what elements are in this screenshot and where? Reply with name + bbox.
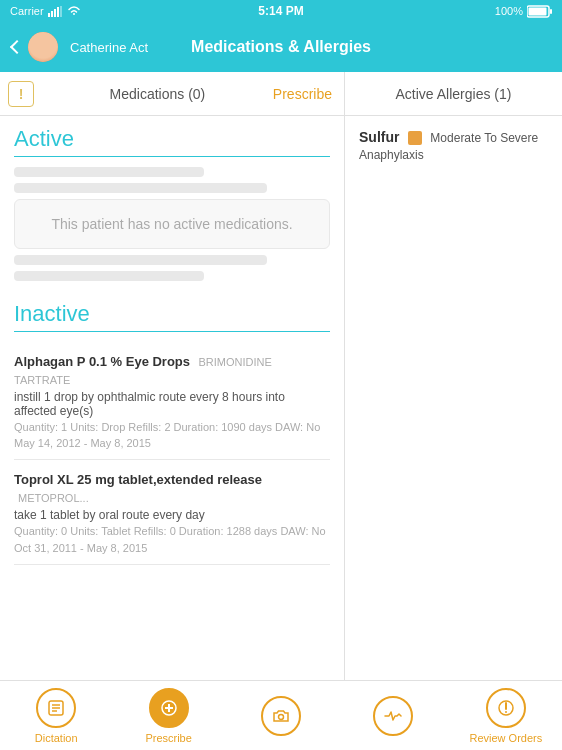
med-name-1: Alphagan P 0.1 % Eye Drops xyxy=(14,354,190,369)
content-area: ! Medications (0) Prescribe Active This … xyxy=(0,72,562,680)
medication-item-2[interactable]: Toprol XL 25 mg tablet,extended release … xyxy=(14,460,330,564)
svg-rect-0 xyxy=(48,13,50,17)
svg-point-15 xyxy=(279,714,284,719)
dictation-icon xyxy=(36,688,76,728)
status-battery-area: 100% xyxy=(495,5,552,18)
tab-heartbeat[interactable] xyxy=(337,696,449,736)
med-generic-2: METOPROL... xyxy=(18,492,89,504)
tab-review-orders[interactable]: Review Orders xyxy=(450,688,562,744)
carrier-text: Carrier xyxy=(10,5,44,17)
allergy-item-1[interactable]: Sulfur Moderate To Severe Anaphylaxis xyxy=(345,116,562,174)
tab-prescribe[interactable]: Prescribe xyxy=(112,688,224,744)
page-title: Medications & Allergies xyxy=(191,38,371,56)
back-arrow-icon xyxy=(10,40,24,54)
skeleton-line-3 xyxy=(14,255,267,265)
status-bar: Carrier 5:14 PM 100% xyxy=(0,0,562,22)
left-content: Active This patient has no active medica… xyxy=(0,116,344,680)
med-instruction-2: take 1 tablet by oral route every day xyxy=(14,508,330,522)
med-name-2: Toprol XL 25 mg tablet,extended release xyxy=(14,472,262,487)
battery-percent: 100% xyxy=(495,5,523,17)
no-medications-message: This patient has no active medications. xyxy=(14,199,330,249)
svg-point-18 xyxy=(505,711,507,713)
skeleton-line-2 xyxy=(14,183,267,193)
inactive-section: Inactive Alphagan P 0.1 % Eye Drops BRIM… xyxy=(14,301,330,565)
med-dates-2: Oct 31, 2011 - May 8, 2015 xyxy=(14,542,330,554)
heartbeat-icon xyxy=(373,696,413,736)
patient-name: Catherine Act xyxy=(70,40,148,55)
allergy-name-1: Sulfur xyxy=(359,129,399,145)
wifi-icon xyxy=(66,5,82,17)
med-details-1: Quantity: 1 Units: Drop Refills: 2 Durat… xyxy=(14,420,330,435)
signal-icon xyxy=(48,6,62,17)
svg-rect-2 xyxy=(54,9,56,17)
active-section-title: Active xyxy=(14,126,330,157)
allergy-reaction-1: Anaphylaxis xyxy=(359,148,548,162)
review-orders-label: Review Orders xyxy=(469,732,542,744)
tab-dictation[interactable]: Dictation xyxy=(0,688,112,744)
skeleton-line-1 xyxy=(14,167,204,177)
bottom-tab-bar: Dictation Prescribe xyxy=(0,680,562,750)
allergies-tab-header: Active Allergies (1) xyxy=(345,72,562,116)
right-panel: Active Allergies (1) Sulfur Moderate To … xyxy=(345,72,562,680)
tabs-row: ! Medications (0) Prescribe xyxy=(0,72,344,116)
patient-avatar xyxy=(28,32,58,62)
prescribe-tab-label: Prescribe xyxy=(145,732,191,744)
back-button[interactable]: Catherine Act xyxy=(12,32,148,62)
review-orders-icon xyxy=(486,688,526,728)
allergy-severity-icon xyxy=(408,131,422,145)
svg-rect-3 xyxy=(57,7,59,17)
nav-bar: Catherine Act Medications & Allergies xyxy=(0,22,562,72)
svg-rect-6 xyxy=(550,9,552,14)
medication-item-1[interactable]: Alphagan P 0.1 % Eye Drops BRIMONIDINE T… xyxy=(14,342,330,460)
battery-icon xyxy=(527,5,552,18)
status-time: 5:14 PM xyxy=(258,4,303,18)
camera-icon xyxy=(261,696,301,736)
svg-rect-4 xyxy=(60,6,62,17)
left-panel: ! Medications (0) Prescribe Active This … xyxy=(0,72,345,680)
status-carrier: Carrier xyxy=(10,5,82,17)
allergies-tab-label: Active Allergies (1) xyxy=(396,86,512,102)
med-dates-1: May 14, 2012 - May 8, 2015 xyxy=(14,437,330,449)
skeleton-line-4 xyxy=(14,271,204,281)
dictation-label: Dictation xyxy=(35,732,78,744)
med-details-2: Quantity: 0 Units: Tablet Refills: 0 Dur… xyxy=(14,524,330,539)
prescribe-icon xyxy=(149,688,189,728)
prescribe-button[interactable]: Prescribe xyxy=(273,86,344,102)
svg-rect-1 xyxy=(51,11,53,17)
inactive-section-title: Inactive xyxy=(14,301,330,332)
med-instruction-1: instill 1 drop by ophthalmic route every… xyxy=(14,390,330,418)
warning-icon: ! xyxy=(8,81,34,107)
no-meds-text: This patient has no active medications. xyxy=(51,216,292,232)
svg-rect-7 xyxy=(529,7,547,15)
medications-tab[interactable]: Medications (0) xyxy=(42,86,273,102)
tab-camera[interactable] xyxy=(225,696,337,736)
allergy-severity-text-1: Moderate To Severe xyxy=(430,131,538,145)
